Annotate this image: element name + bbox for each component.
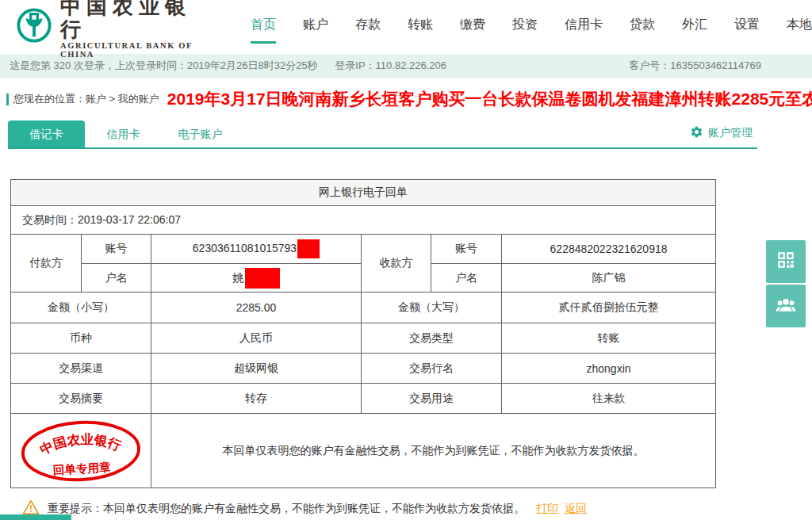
amount-lower-label: 金额（小写） [11, 292, 151, 323]
txn-summary-label: 交易摘要 [11, 384, 151, 414]
nav-item-home[interactable]: 首页 [251, 10, 276, 44]
nav-item-local[interactable]: 本地 [787, 10, 812, 44]
customer-number: 客户号：1635503462114769 [629, 59, 761, 73]
receipt-note: 本回单仅表明您的账户有金融性交易，不能作为到账凭证，不能作为收款方发货依据。 [151, 414, 716, 488]
transaction-time-cell: 交易时间：2019-03-17 22:06:07 [11, 206, 716, 235]
bank-seal-stamp: 中国农业银行 回单专用章 [13, 415, 149, 487]
tab-debit-card[interactable]: 借记卡 [8, 120, 85, 147]
txn-channel-label: 交易渠道 [11, 354, 151, 384]
login-info-left: 这是您第 320 次登录，上次登录时间：2019年2月26日8时32分25秒 登… [10, 59, 446, 73]
customer-service-button[interactable] [766, 285, 806, 327]
transaction-time-value: 2019-03-17 22:06:07 [78, 213, 181, 226]
txn-bank-value: zhongxin [502, 354, 716, 384]
footer-strip [0, 514, 71, 520]
brand-name-cn: 中国农业银行 [60, 0, 205, 41]
payer-name-value: 姚 [151, 264, 362, 292]
main-nav: 首页 账户 存款 转账 缴费 投资 信用卡 贷款 外汇 设置 本地 [251, 10, 812, 44]
print-link[interactable]: 打印 [536, 502, 558, 514]
customer-number-label: 客户号： [629, 59, 670, 71]
brand-logo: 中国农业银行 AGRICULTURAL BANK OF CHINA [16, 0, 205, 59]
account-manage-button[interactable]: 账户管理 [690, 125, 753, 141]
breadcrumb-accent-bar [6, 94, 9, 105]
nav-item-forex[interactable]: 外汇 [682, 10, 707, 44]
txn-channel-value: 超级网银 [151, 354, 362, 384]
transaction-time-label: 交易时间： [22, 213, 78, 226]
receipt-title: 网上银行电子回单 [11, 180, 716, 206]
notice-prefix: 重要提示： [48, 502, 103, 514]
qr-code-button[interactable] [766, 240, 806, 283]
stamp-cell: 中国农业银行 回单专用章 [11, 414, 151, 488]
side-toolbar [766, 240, 806, 327]
stamp-line1: 中国农业银行 [37, 429, 124, 457]
login-ip-label: 登录IP： [335, 59, 375, 71]
redaction-block [297, 239, 320, 258]
login-ip-value: 110.82.226.206 [376, 59, 446, 71]
currency-label: 币种 [11, 323, 151, 354]
txn-type-label: 交易类型 [362, 323, 502, 354]
nav-item-credit-card[interactable]: 信用卡 [565, 10, 603, 44]
payer-account-label: 账号 [82, 235, 151, 264]
e-receipt-table: 网上银行电子回单 交易时间：2019-03-17 22:06:07 付款方 账号… [10, 179, 716, 488]
nav-item-invest[interactable]: 投资 [512, 10, 538, 44]
payer-group-cell: 付款方 [11, 235, 82, 292]
account-manage-label: 账户管理 [708, 126, 753, 140]
breadcrumb: 您现在的位置：账户 > 我的账户 [13, 92, 159, 106]
nav-item-loans[interactable]: 贷款 [630, 10, 655, 44]
customer-number-value: 1635503462114769 [670, 59, 761, 71]
nav-item-accounts[interactable]: 账户 [303, 10, 328, 44]
payee-group-cell: 收款方 [362, 235, 431, 292]
payee-name-label: 户名 [431, 264, 502, 292]
notice-links: 打印返回 [536, 502, 593, 516]
notice-body: 本回单仅表明您的账户有金融性交易，不能作为到账凭证，不能作为收款方发货依据。 [103, 502, 525, 514]
svg-text:中国农业银行: 中国农业银行 [37, 429, 124, 457]
currency-value: 人民币 [151, 323, 362, 354]
payer-name-text: 姚 [232, 270, 243, 283]
red-annotation-text: 2019年3月17日晚河南新乡长垣客户购买一台长款保温卷圆机发福建漳州转账228… [167, 88, 812, 110]
txn-summary-value: 转存 [151, 384, 362, 414]
top-bar: 中国农业银行 AGRICULTURAL BANK OF CHINA 首页 账户 … [0, 0, 812, 54]
nav-item-transfer[interactable]: 转账 [408, 10, 433, 44]
txn-bank-label: 交易行名 [362, 354, 502, 384]
payer-account-number: 62303611081015793 [193, 242, 297, 254]
payee-account-label: 账号 [431, 235, 502, 264]
brand-name-en: AGRICULTURAL BANK OF CHINA [60, 41, 205, 59]
amount-upper-label: 金额（大写） [362, 292, 502, 323]
nav-item-payments[interactable]: 缴费 [460, 10, 485, 44]
txn-type-value: 转账 [502, 323, 716, 354]
important-notice: 重要提示：本回单仅表明您的账户有金融性交易，不能作为到账凭证，不能作为收款方发货… [22, 499, 812, 518]
account-tabs: 借记卡 信用卡 电子账户 账户管理 [8, 120, 757, 149]
payee-account-value: 6228482022321620918 [502, 235, 716, 264]
stamp-line2: 回单专用章 [52, 461, 111, 476]
payee-name-value: 陈广锦 [502, 264, 716, 292]
notice-text: 重要提示：本回单仅表明您的账户有金融性交易，不能作为到账凭证，不能作为收款方发货… [48, 502, 525, 516]
nav-item-settings[interactable]: 设置 [734, 10, 760, 44]
back-link[interactable]: 返回 [565, 502, 587, 514]
abc-bank-logo-icon [16, 7, 52, 47]
redaction-block [245, 268, 280, 289]
breadcrumb-row: 您现在的位置：账户 > 我的账户 2019年3月17日晚河南新乡长垣客户购买一台… [0, 78, 812, 120]
customer-service-icon [775, 293, 797, 319]
payer-name-label: 户名 [82, 264, 151, 292]
tab-credit-card[interactable]: 信用卡 [85, 120, 162, 147]
qr-code-icon [776, 250, 796, 273]
txn-purpose-label: 交易用途 [362, 384, 502, 414]
login-visit-text: 这是您第 320 次登录，上次登录时间：2019年2月26日8时32分25秒 [10, 59, 318, 71]
amount-lower-value: 2285.00 [151, 292, 362, 323]
amount-upper-value: 贰仟贰佰捌拾伍元整 [502, 292, 716, 323]
txn-purpose-value: 往来款 [502, 384, 716, 414]
tab-e-account[interactable]: 电子账户 [162, 120, 239, 147]
payer-account-value: 62303611081015793 [151, 235, 362, 264]
gear-icon [690, 125, 703, 141]
nav-item-deposits[interactable]: 存款 [355, 10, 381, 44]
